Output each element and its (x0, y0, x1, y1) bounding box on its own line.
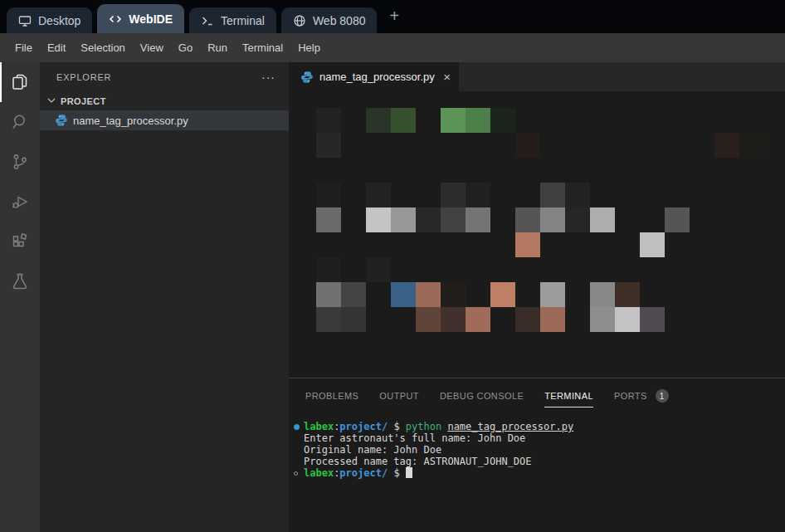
blurred-code-block (416, 307, 441, 332)
chrome-tab-webide[interactable]: WebIDE (97, 4, 184, 33)
blurred-code-block (515, 307, 540, 332)
blurred-code-block (565, 183, 590, 207)
blurred-code-block (366, 183, 391, 207)
editor-tab-bar: name_tag_processor.py × (289, 62, 785, 91)
panel-tab-label: PORTS (614, 391, 647, 401)
command-pending-indicator (293, 467, 304, 479)
menu-go[interactable]: Go (171, 41, 200, 54)
activity-testing[interactable] (0, 261, 40, 301)
panel-tab-problems[interactable]: PROBLEMS (305, 378, 358, 413)
blurred-code-block (490, 108, 515, 133)
ellipsis-icon[interactable]: ··· (261, 71, 275, 84)
editor-tab-name-tag-processor[interactable]: name_tag_processor.py × (289, 62, 459, 91)
terminal-prompt-icon (201, 14, 214, 27)
blurred-code-block (441, 207, 466, 232)
blurred-code-block (640, 232, 665, 257)
blurred-code-block (316, 282, 341, 307)
panel-tab-debug-console[interactable]: DEBUG CONSOLE (440, 378, 524, 413)
menu-edit[interactable]: Edit (40, 41, 73, 54)
blurred-code-block (391, 282, 416, 307)
blurred-code-block (316, 257, 341, 282)
terminal-text: Processed name tag: ASTRONAUT_JOHN_DOE (304, 456, 532, 467)
chrome-tab-label: Web 8080 (313, 14, 366, 27)
activity-run-debug[interactable] (0, 182, 40, 222)
activity-source-control[interactable] (0, 142, 40, 182)
panel-tab-ports[interactable]: PORTS1 (614, 378, 669, 413)
menu-bar: FileEditSelectionViewGoRunTerminalHelp (0, 33, 785, 62)
new-tab-button[interactable]: + (389, 7, 399, 26)
panel-tab-label: PROBLEMS (305, 391, 358, 401)
blurred-code-block (441, 307, 466, 332)
activity-explorer[interactable] (0, 62, 40, 102)
menu-file[interactable]: File (7, 41, 40, 54)
chrome-tab-desktop[interactable]: Desktop (7, 7, 92, 33)
blurred-code-block (391, 108, 416, 133)
explorer-title: EXPLORER (56, 72, 111, 82)
tree-item-name-tag-processor[interactable]: name_tag_processor.py (40, 110, 289, 130)
blurred-code-block (640, 307, 665, 332)
blurred-code-block (366, 108, 391, 133)
chevron-down-icon (45, 94, 58, 109)
panel-tab-terminal[interactable]: TERMINAL (544, 378, 593, 413)
blurred-code-block (466, 207, 490, 232)
terminal-line: Original name: John Doe (293, 444, 785, 456)
blurred-code-block (466, 108, 490, 133)
file-name-label: name_tag_processor.py (73, 115, 188, 127)
blurred-code-block (316, 307, 341, 332)
chrome-tab-web-8080[interactable]: Web 8080 (281, 7, 378, 33)
blurred-code-block (441, 108, 466, 133)
editor-code-area-blurred[interactable] (289, 91, 785, 378)
activity-bar (0, 62, 40, 532)
blurred-code-block (366, 257, 391, 282)
blurred-code-block (316, 133, 341, 158)
bottom-panel: PROBLEMSOUTPUTDEBUG CONSOLETERMINALPORTS… (289, 378, 785, 532)
blurred-code-block (515, 232, 540, 257)
menu-terminal[interactable]: Terminal (235, 41, 290, 54)
blurred-code-block (466, 307, 490, 332)
explorer-header: EXPLORER ··· (40, 62, 289, 92)
terminal-line: Processed name tag: ASTRONAUT_JOHN_DOE (293, 456, 785, 467)
terminal-text: labex:project/ $ (304, 467, 412, 479)
blurred-code-block (391, 207, 416, 232)
menu-view[interactable]: View (133, 41, 171, 54)
blurred-code-block (540, 282, 565, 307)
search-icon (10, 112, 30, 132)
terminal-gutter (293, 432, 304, 444)
menu-help[interactable]: Help (290, 41, 328, 54)
editor-tab-label: name_tag_processor.py (319, 71, 435, 83)
terminal-gutter (293, 444, 304, 456)
blurred-code-block (615, 307, 640, 332)
project-section-label: PROJECT (61, 96, 106, 106)
terminal-text: labex:project/ $ python name_tag_process… (304, 421, 573, 432)
terminal-line: labex:project/ $ (293, 467, 785, 479)
close-icon[interactable]: × (443, 71, 451, 83)
terminal-output[interactable]: labex:project/ $ python name_tag_process… (289, 413, 785, 532)
blurred-code-block (739, 133, 764, 158)
blurred-code-block (441, 282, 466, 307)
panel-tab-output[interactable]: OUTPUT (379, 378, 419, 413)
blurred-code-block (316, 108, 341, 133)
chrome-tab-terminal[interactable]: Terminal (189, 7, 276, 33)
blurred-code-block (490, 282, 515, 307)
menu-selection[interactable]: Selection (73, 41, 132, 54)
menu-run[interactable]: Run (200, 41, 235, 54)
activity-extensions[interactable] (0, 222, 40, 261)
blurred-code-block (590, 207, 615, 232)
blurred-code-block (515, 133, 540, 158)
code-icon (109, 12, 122, 26)
terminal-gutter (293, 456, 304, 467)
workbench: EXPLORER ··· PROJECT name_tag_processor.… (0, 62, 785, 532)
ports-count-badge: 1 (656, 389, 669, 403)
chrome-tab-label: Terminal (221, 14, 265, 27)
webide-window: DesktopWebIDETerminalWeb 8080 + FileEdit… (0, 0, 785, 532)
chrome-tab-label: WebIDE (129, 12, 173, 26)
blurred-code-block (441, 183, 466, 207)
blurred-code-block (341, 282, 366, 307)
project-tree-section[interactable]: PROJECT (40, 92, 289, 110)
blurred-code-block (540, 183, 565, 207)
activity-search[interactable] (0, 102, 40, 142)
blurred-code-block (540, 307, 565, 332)
blurred-code-block (466, 183, 490, 207)
browser-tab-bar: DesktopWebIDETerminalWeb 8080 + (0, 0, 785, 33)
blurred-code-block (590, 307, 615, 332)
